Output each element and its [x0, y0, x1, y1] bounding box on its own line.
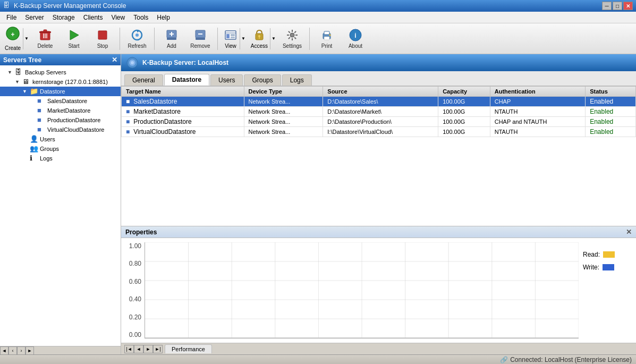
tree-item-groups[interactable]: 👥 Groups: [0, 144, 121, 154]
col-authentication[interactable]: Authentication: [490, 87, 585, 97]
col-source[interactable]: Source: [323, 87, 438, 97]
remove-label: Remove: [190, 43, 210, 49]
users-icon: 👤: [30, 135, 38, 143]
about-button[interactable]: i About: [342, 26, 369, 52]
sidebar-scrollbar: ◄ ‹ › ►: [0, 346, 121, 354]
tree-item-production-ds[interactable]: ■ ProductionDatastore: [0, 115, 121, 125]
view-arrow[interactable]: ▼: [240, 28, 247, 49]
menu-view[interactable]: View: [107, 13, 129, 22]
tree-item-kernstorage[interactable]: ▼ 🖥 kernstorage (127.0.0.1:8881): [0, 77, 121, 87]
performance-tab[interactable]: Performance: [165, 344, 212, 353]
access-arrow[interactable]: ▼: [270, 28, 277, 49]
close-button[interactable]: ✕: [623, 2, 633, 10]
svg-line-35: [289, 37, 290, 39]
logs-icon: ℹ: [30, 154, 38, 163]
y-label-2: 0.80: [125, 260, 141, 267]
users-label: Users: [40, 136, 55, 142]
app-icon: 🗄: [3, 2, 12, 10]
scroll-prev-button[interactable]: ‹: [9, 346, 17, 355]
nav-next-button[interactable]: ►: [143, 345, 153, 353]
sidebar-close-button[interactable]: ✕: [112, 56, 117, 64]
print-button[interactable]: Print: [313, 26, 341, 52]
scroll-controls: ◄ ‹ › ►: [0, 346, 34, 355]
properties-panel: Properties ✕ 1.00 0.80 0.60 0.40 0.20 0.…: [121, 226, 636, 343]
properties-header: Properties ✕: [121, 226, 636, 238]
tree-item-sales-ds[interactable]: ■ SalesDatastore: [0, 96, 121, 106]
access-button[interactable]: Access ▼: [248, 26, 277, 52]
settings-icon: [285, 28, 299, 42]
view-icon: [224, 28, 238, 42]
expander[interactable]: ▼: [15, 79, 22, 84]
nav-first-button[interactable]: |◄: [124, 345, 134, 353]
table-row[interactable]: ■ SalesDatastore Network Strea... D:\Dat…: [122, 97, 636, 107]
table-row[interactable]: ■ VirtualCloudDatastore Network Strea...…: [122, 127, 636, 137]
cell-status: Enabled: [586, 97, 636, 107]
create-arrow[interactable]: ▼: [23, 28, 30, 49]
remove-button[interactable]: Remove: [186, 26, 214, 52]
menu-clients[interactable]: Clients: [79, 13, 107, 22]
about-label: About: [349, 43, 362, 49]
access-icon: [252, 28, 266, 42]
start-button[interactable]: Start: [60, 26, 88, 52]
svg-rect-17: [196, 38, 205, 40]
tree-item-datastore[interactable]: ▼ 📁 Datastore: [0, 87, 121, 96]
stop-button[interactable]: Stop: [89, 26, 116, 52]
tree-item-market-ds[interactable]: ■ MarketDatastore: [0, 106, 121, 115]
col-device-type[interactable]: Device Type: [244, 87, 323, 97]
cell-status: Enabled: [586, 127, 636, 137]
scroll-left-button[interactable]: ◄: [0, 346, 9, 355]
col-capacity[interactable]: Capacity: [438, 87, 490, 97]
col-status[interactable]: Status: [586, 87, 636, 97]
cell-name: ■ ProductionDatastore: [122, 117, 244, 127]
settings-button[interactable]: Settings: [278, 26, 306, 52]
tree-item-virtualcloud-ds[interactable]: ■ VirtualCloudDatastore: [0, 125, 121, 134]
properties-close-button[interactable]: ✕: [626, 228, 632, 236]
legend-write: Write:: [583, 264, 627, 271]
production-ds-label: ProductionDatastore: [47, 117, 100, 123]
tree-item-logs[interactable]: ℹ Logs: [0, 154, 121, 163]
add-button[interactable]: Add: [158, 26, 185, 52]
menu-help[interactable]: Help: [152, 13, 174, 22]
tab-datastore[interactable]: Datastore: [164, 74, 209, 86]
sidebar-header: Servers Tree ✕: [0, 54, 121, 65]
scroll-next-button[interactable]: ›: [17, 346, 26, 355]
menu-tools[interactable]: Tools: [129, 13, 152, 22]
chart-y-axis: 1.00 0.80 0.60 0.40 0.20 0.00: [125, 242, 145, 338]
create-button[interactable]: + Create ▼: [2, 26, 30, 52]
tab-groups[interactable]: Groups: [244, 74, 281, 86]
cell-auth: CHAP and NTAUTH: [490, 117, 585, 127]
expander[interactable]: ▼: [7, 70, 15, 75]
table-row[interactable]: ■ MarketDatastore Network Strea... D:\Da…: [122, 107, 636, 117]
menu-storage[interactable]: Storage: [48, 13, 79, 22]
maximize-button[interactable]: □: [613, 2, 622, 10]
cell-device-type: Network Strea...: [244, 127, 323, 137]
col-target-name[interactable]: Target Name: [122, 87, 244, 97]
expander[interactable]: ▼: [22, 89, 30, 94]
tree-item-users[interactable]: 👤 Users: [0, 134, 121, 144]
svg-point-27: [290, 33, 294, 37]
status-icon: 🔗: [500, 356, 508, 363]
scroll-right-button[interactable]: ►: [26, 346, 34, 355]
delete-button[interactable]: Delete: [31, 26, 59, 52]
minimize-button[interactable]: ─: [602, 2, 612, 10]
svg-line-34: [294, 31, 296, 33]
menu-file[interactable]: File: [2, 13, 21, 22]
tab-users[interactable]: Users: [210, 74, 243, 86]
tab-bar: General Datastore Users Groups Logs: [121, 71, 636, 86]
tab-logs[interactable]: Logs: [282, 74, 312, 86]
tab-general[interactable]: General: [124, 74, 163, 86]
tree-item-backup-servers[interactable]: ▼ 🗄 Backup Servers: [0, 67, 121, 77]
sidebar-title: Servers Tree: [3, 56, 41, 64]
y-label-1: 1.00: [125, 242, 141, 250]
nav-prev-button[interactable]: ◄: [134, 345, 143, 353]
datastore-table-container: Target Name Device Type Source Capacity …: [121, 86, 636, 226]
datastore-folder-icon: 📁: [30, 87, 38, 96]
svg-rect-9: [98, 31, 107, 39]
create-label: Create: [5, 45, 21, 51]
table-row[interactable]: ■ ProductionDatastore Network Strea... D…: [122, 117, 636, 127]
nav-last-button[interactable]: ►|: [153, 345, 163, 353]
refresh-button[interactable]: Refresh: [123, 26, 151, 52]
menu-server[interactable]: Server: [21, 13, 48, 22]
y-label-4: 0.40: [125, 295, 141, 303]
view-button[interactable]: View ▼: [221, 26, 247, 52]
